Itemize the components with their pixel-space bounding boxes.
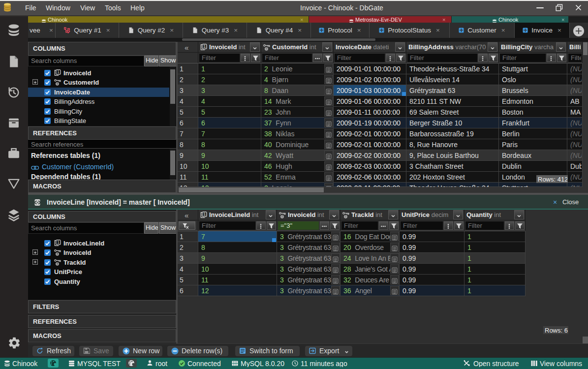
svg-text:1: 1 (57, 240, 60, 245)
svg-text:1: 1 (203, 212, 206, 216)
svg-text:1: 1 (57, 69, 60, 74)
svg-text:1: 1 (203, 44, 206, 49)
